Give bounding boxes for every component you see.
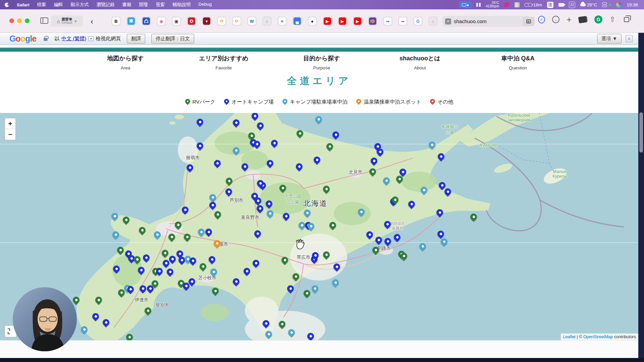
profile-switcher[interactable]: ⌂ 露營車 Default ▼ [51,15,83,27]
scrollbar-thumb[interactable] [639,112,643,153]
menu-書籤[interactable]: 書籤 [122,2,131,8]
video-camera-icon[interactable] [558,3,564,7]
youtube-extension[interactable]: ▶ [323,16,332,26]
legend-item: 温泉隣接車中泊スポット [356,99,421,106]
nav-item-purpose[interactable]: 目的から探すPurpose [303,54,340,70]
menu-檔案[interactable]: 檔案 [37,2,46,8]
minimize-window-button[interactable] [17,18,22,23]
flickr-extension-2[interactable]: •• [398,16,408,26]
home-icon: ⌂ [57,18,60,24]
menubar-clock[interactable]: 19:36 [627,2,638,7]
close-translate-bar-button[interactable]: ✕ [626,35,633,42]
control-center-icon[interactable] [602,2,611,7]
leaflet-map[interactable]: 北海道大雪山国 立公園知床国立 公園Курильский заповедникМ… [0,113,638,340]
menu-Debug[interactable]: Debug [199,2,212,8]
bike-extension[interactable]: ⟳ [217,16,226,26]
red-bird-extension[interactable]: ▾ [202,16,211,26]
spade-extension[interactable]: ♠ [308,16,317,26]
extensions-row: B車凸◉▣✪▾⟳⟳W⌂≈▄♠▶▶▶ゆ••••G⌂⌂⌂ [111,16,468,26]
wordpress-extension-icon: W [248,17,256,25]
menu-瀏覽記錄[interactable]: 瀏覽記錄 [97,2,115,8]
address-bar[interactable]: ✕ shachuoo.com [442,16,530,27]
cbrm-extension[interactable]: ▣ [172,16,181,26]
language-link[interactable]: 中文 (繁體) [61,36,86,42]
youtube-extension-2[interactable]: ▶ [338,16,347,26]
nav-item-question[interactable]: 車中泊 Q&AQuestion [501,54,535,70]
options-button[interactable]: 選項 ▼ [597,34,622,44]
nav-item-favorite[interactable]: エリア別おすすめFavorite [199,54,249,70]
reader-view-button[interactable] [523,17,535,26]
status-green-dot [609,4,611,6]
legend-pin-icon [355,98,362,105]
menu-輔助說明[interactable]: 輔助說明 [173,2,191,8]
menu-顯示方式[interactable]: 顯示方式 [71,2,89,8]
b-logo-extension-icon: B [112,17,120,25]
battery-status[interactable]: ϟ 18m [525,2,542,7]
cbrm-extension-icon: ▣ [173,17,180,25]
nav-label-en: Area [107,65,144,70]
wallet-extension-icon[interactable] [578,16,588,23]
bike-extension-2[interactable]: ⟳ [232,16,241,26]
chevron-down-icon: ▼ [74,19,77,23]
stop-translate-button[interactable]: 停止翻譯：日文 [151,34,194,44]
kuruma-extension[interactable]: 車 [126,16,136,26]
clipboard-manager-icon[interactable] [504,2,509,7]
airpods-icon[interactable] [476,3,481,7]
wordpress-extension[interactable]: W [247,16,257,26]
sidebar-toggle-icon[interactable] [40,17,48,24]
nav-label-en: Question [501,65,535,70]
new-tab-button[interactable]: + [567,16,572,23]
youtube-extension-3[interactable]: ▶ [353,16,362,26]
osm-link[interactable]: OpenStreetMap [583,335,613,339]
scrollbar-track[interactable] [638,33,644,362]
route-extension-icon: ≈ [278,17,286,25]
flickr-extension[interactable]: •• [383,16,392,26]
zoom-out-button[interactable]: − [5,129,15,140]
back-button[interactable]: ‹ [91,17,93,26]
google-extension[interactable]: G [413,16,423,26]
temperature-fan-status[interactable]: 76°C4135rpm [486,1,499,8]
weather-status[interactable]: 28°C [580,2,597,7]
close-window-button[interactable] [9,18,14,23]
cloud-icon [580,3,586,6]
nav-label-jp: 目的から探す [303,54,340,62]
route-extension[interactable]: ≈ [277,16,287,26]
legend-pin-icon [429,98,436,105]
gray-van-extension[interactable]: ⌂ [262,16,272,26]
grammarly-icon[interactable]: G [594,15,602,23]
downloads-button[interactable]: ↓ [552,16,559,23]
legend-item: RVパーク [185,99,215,106]
pink-pin-extension[interactable]: ◉ [157,16,166,26]
blue-car-extension-icon: ▄ [293,17,301,25]
nav-item-area[interactable]: 地図から探すArea [107,54,144,70]
zoom-window-button[interactable] [25,18,30,23]
tab-overview-button[interactable] [624,17,629,22]
book-icon[interactable] [515,2,520,7]
zoom-in-button[interactable]: + [5,118,15,129]
leaflet-link[interactable]: Leaflet [563,335,576,339]
menu-視窗[interactable]: 視窗 [156,2,165,8]
translate-button[interactable]: 翻譯 [127,34,145,44]
privacy-shield-icon[interactable]: ✓ [538,16,545,23]
menu-編輯[interactable]: 編輯 [54,2,63,8]
screen-mirroring-icon[interactable] [459,1,471,8]
share-button[interactable]: ⇧ [609,15,615,23]
castle-extension[interactable]: 凸 [142,16,151,26]
gray-van-extension-2[interactable]: ⌂ [428,16,438,26]
calendar-icon[interactable]: 22 [569,2,575,8]
b-logo-extension[interactable]: B [111,16,121,26]
blue-car-extension[interactable]: ▄ [292,16,302,26]
yu-extension[interactable]: ゆ [368,16,377,26]
menu-開發[interactable]: 開發 [139,2,148,8]
safari-toolbar: ⌂ 露營車 Default ▼ ‹ B車凸◉▣✪▾⟳⟳W⌂≈▄♠▶▶▶ゆ••••… [0,9,644,33]
google-logo-letter: o [15,34,20,43]
extension-badge-icon[interactable]: ✕ [445,18,451,24]
legend-item: キャンプ場駐車場車中泊 [282,99,347,106]
input-method-icon[interactable]: 注 [547,2,553,8]
language-dropdown-icon[interactable]: ▼ [88,36,94,41]
nav-item-about[interactable]: shachuooとはAbout [399,54,440,70]
siri-icon[interactable] [616,2,622,7]
red-circle-extension[interactable]: ✪ [187,16,196,26]
menu-app-name[interactable]: Safari [17,2,30,7]
apple-menu-icon[interactable] [5,3,9,7]
